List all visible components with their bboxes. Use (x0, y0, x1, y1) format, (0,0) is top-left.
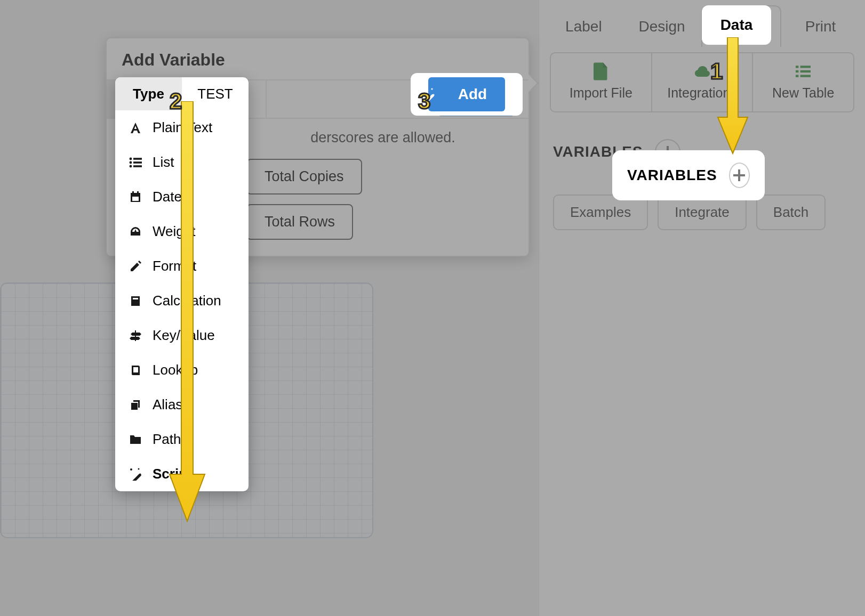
tab-data-hl-label[interactable]: Data (720, 17, 753, 34)
type-option-label: Path (153, 431, 181, 448)
dropdown-tab-test[interactable]: TEST (182, 77, 249, 110)
type-option-script[interactable]: Script (115, 457, 249, 491)
file-icon (594, 64, 608, 79)
svg-rect-5 (800, 75, 811, 77)
plus-icon (733, 169, 745, 181)
type-option-label: Key/Value (153, 327, 215, 344)
gauge-icon (128, 224, 143, 239)
svg-point-14 (130, 157, 132, 160)
dropdown-list: Plain Text List Date Weight Format Calcu… (115, 110, 249, 491)
right-panel: Label Design Data Print Import File Inte… (539, 0, 865, 616)
signpost-icon (128, 328, 143, 343)
svg-rect-18 (133, 161, 142, 164)
svg-point-13 (432, 94, 434, 95)
type-option-lookup[interactable]: Lookup (115, 353, 249, 387)
type-option-label: Format (153, 258, 196, 274)
import-file-label: Import File (570, 85, 632, 101)
svg-point-15 (130, 161, 132, 164)
batch-button[interactable]: Batch (756, 194, 826, 230)
type-option-label: Weight (153, 223, 195, 240)
svg-rect-4 (800, 70, 811, 72)
type-dropdown: Type TEST Plain Text List Date Weight (115, 77, 249, 491)
highlight-data-tab: Data (702, 5, 771, 45)
add-variable-button-hl[interactable] (729, 163, 750, 188)
type-option-label: Alias (153, 396, 182, 413)
variables-heading-hl: VARIABLES (627, 167, 717, 184)
pencil-icon (128, 259, 143, 274)
text-A-icon (128, 120, 143, 135)
wand-icon (128, 467, 143, 482)
calendar-icon (128, 190, 143, 205)
total-rows-button[interactable]: Total Rows (246, 204, 353, 240)
svg-point-22 (138, 468, 140, 469)
total-copies-button[interactable]: Total Copies (246, 159, 362, 194)
svg-point-12 (431, 88, 432, 90)
tab-label[interactable]: Label (544, 6, 623, 47)
new-table-button[interactable]: New Table (753, 53, 853, 111)
svg-rect-1 (796, 70, 798, 72)
highlight-variables: VARIABLES (612, 150, 765, 200)
type-option-label: Date (153, 189, 182, 205)
type-option-label: Plain Text (153, 119, 212, 136)
svg-point-16 (130, 165, 132, 167)
book-icon (128, 363, 143, 378)
modal-add-button-hl[interactable]: Add (428, 77, 505, 111)
type-option-weight[interactable]: Weight (115, 214, 249, 249)
type-option-label: List (153, 154, 174, 171)
type-option-keyvalue[interactable]: Key/Value (115, 318, 249, 353)
folder-icon (128, 432, 143, 447)
svg-rect-19 (133, 165, 142, 167)
type-option-label: Script (153, 466, 192, 482)
type-option-alias[interactable]: Alias (115, 387, 249, 422)
type-option-list[interactable]: List (115, 145, 249, 180)
modal-add-label-hl: Add (458, 86, 487, 102)
svg-point-23 (140, 473, 141, 475)
svg-rect-17 (133, 158, 142, 160)
svg-rect-0 (796, 66, 798, 68)
svg-point-21 (130, 468, 132, 471)
tab-design[interactable]: Design (623, 6, 701, 47)
calc-icon (128, 294, 143, 309)
import-file-button[interactable]: Import File (551, 53, 652, 111)
type-option-plain-text[interactable]: Plain Text (115, 110, 249, 145)
dropdown-tab-type[interactable]: Type (115, 77, 182, 110)
cloud-icon (695, 64, 710, 79)
type-option-path[interactable]: Path (115, 422, 249, 457)
svg-rect-3 (800, 66, 811, 68)
data-source-buttons: Import File Integrations New Table (550, 52, 854, 112)
type-option-date[interactable]: Date (115, 180, 249, 214)
wand-icon (421, 87, 435, 101)
integrations-button[interactable]: Integrations (652, 53, 754, 111)
copy-icon (128, 398, 143, 412)
list-icon (796, 64, 811, 79)
type-option-format[interactable]: Format (115, 249, 249, 283)
type-option-label: Lookup (153, 362, 198, 378)
tab-print[interactable]: Print (781, 6, 860, 47)
svg-point-11 (423, 88, 425, 91)
highlight-add-button: Add (411, 73, 523, 116)
new-table-label: New Table (772, 85, 834, 101)
integrations-label: Integrations (667, 85, 737, 101)
svg-rect-2 (796, 75, 798, 77)
type-option-label: Calculation (153, 293, 221, 309)
lines-icon (128, 155, 143, 170)
type-option-calculation[interactable]: Calculation (115, 283, 249, 318)
dropdown-head: Type TEST (115, 77, 249, 110)
